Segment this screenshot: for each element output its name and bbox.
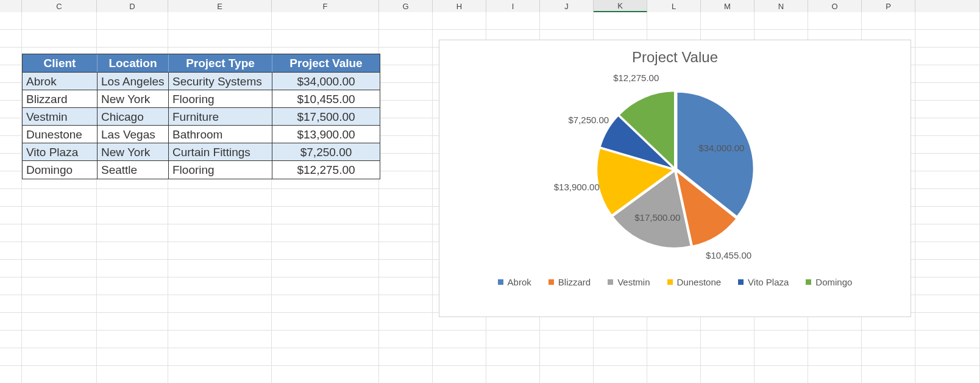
column-header-l[interactable]: L: [647, 0, 701, 12]
table-cell[interactable]: $10,455.00: [272, 90, 380, 108]
table-cell[interactable]: Abrok: [23, 73, 98, 90]
legend-swatch-icon: [498, 279, 503, 285]
table-cell[interactable]: Flooring: [169, 90, 272, 108]
legend-label: Vito Plaza: [748, 277, 789, 287]
table-row[interactable]: VestminChicagoFurniture$17,500.00: [23, 108, 380, 126]
legend-item[interactable]: Dunestone: [667, 277, 722, 287]
legend-label: Vestmin: [617, 277, 650, 287]
table-header-cell[interactable]: Location: [98, 54, 169, 73]
column-header-f[interactable]: F: [272, 0, 379, 12]
column-header-c[interactable]: C: [22, 0, 97, 12]
chart-data-label: $17,500.00: [634, 212, 680, 223]
column-header-stub: [0, 0, 22, 12]
table-cell[interactable]: Vestmin: [23, 108, 98, 126]
table-cell[interactable]: Domingo: [23, 161, 98, 179]
column-header-filler: [915, 0, 980, 12]
table-cell[interactable]: Seattle: [98, 161, 169, 179]
pie-svg: [590, 84, 761, 255]
column-header-o[interactable]: O: [808, 0, 862, 12]
table-cell[interactable]: Security Systems: [169, 73, 272, 90]
table-cell[interactable]: $7,250.00: [272, 143, 380, 161]
spreadsheet-sheet: CDEFGHIJKLMNOP ClientLocationProject Typ…: [0, 0, 980, 383]
project-table[interactable]: ClientLocationProject TypeProject ValueA…: [22, 54, 380, 179]
table-cell[interactable]: Las Vegas: [98, 126, 169, 143]
chart-data-label: $7,250.00: [568, 114, 609, 124]
table-header-cell[interactable]: Client: [23, 54, 98, 73]
table-cell[interactable]: $34,000.00: [272, 73, 380, 90]
legend-swatch-icon: [549, 279, 554, 285]
table-cell[interactable]: New York: [98, 143, 169, 161]
chart-container[interactable]: Project Value $34,000.00$10,455.00$17,50…: [439, 40, 911, 317]
chart-title: Project Value: [439, 49, 911, 66]
legend-label: Dunestone: [677, 277, 722, 287]
table-cell[interactable]: Blizzard: [23, 90, 98, 108]
table-cell[interactable]: $13,900.00: [272, 126, 380, 143]
table-cell[interactable]: Furniture: [169, 108, 272, 126]
column-header-row: CDEFGHIJKLMNOP: [0, 0, 980, 12]
pie-plot-area: $34,000.00$10,455.00$17,500.00$13,900.00…: [439, 66, 911, 273]
legend-swatch-icon: [667, 279, 673, 285]
table-header-row: ClientLocationProject TypeProject Value: [23, 54, 380, 73]
legend-swatch-icon: [806, 279, 811, 285]
legend-item[interactable]: Vestmin: [608, 277, 650, 287]
table-cell[interactable]: Chicago: [98, 108, 169, 126]
legend-item[interactable]: Vito Plaza: [738, 277, 789, 287]
legend-item[interactable]: Domingo: [806, 277, 852, 287]
chart-data-label: $34,000.00: [698, 142, 744, 152]
table-cell[interactable]: $12,275.00: [272, 161, 380, 179]
legend-label: Blizzard: [558, 277, 591, 287]
table-cell[interactable]: Curtain Fittings: [169, 143, 272, 161]
table-header-cell[interactable]: Project Value: [272, 54, 380, 73]
table-cell[interactable]: New York: [98, 90, 169, 108]
column-header-i[interactable]: I: [486, 0, 540, 12]
table-row[interactable]: DunestoneLas VegasBathroom$13,900.00: [23, 126, 380, 143]
chart-data-label: $13,900.00: [554, 182, 600, 192]
column-header-n[interactable]: N: [755, 0, 808, 12]
table-cell[interactable]: Flooring: [169, 161, 272, 179]
legend-item[interactable]: Abrok: [498, 277, 531, 287]
column-header-g[interactable]: G: [379, 0, 433, 12]
table-cell[interactable]: Bathroom: [169, 126, 272, 143]
table-row[interactable]: DomingoSeattleFlooring$12,275.00: [23, 161, 380, 179]
table-cell[interactable]: $17,500.00: [272, 108, 380, 126]
table-header-cell[interactable]: Project Type: [169, 54, 272, 73]
legend-label: Abrok: [508, 277, 531, 287]
chart-legend: AbrokBlizzardVestminDunestoneVito PlazaD…: [439, 277, 911, 287]
column-header-k[interactable]: K: [594, 0, 647, 12]
table-cell[interactable]: Los Angeles: [98, 73, 169, 90]
table-row[interactable]: BlizzardNew YorkFlooring$10,455.00: [23, 90, 380, 108]
column-header-j[interactable]: J: [540, 0, 594, 12]
table-row[interactable]: AbrokLos AngelesSecurity Systems$34,000.…: [23, 73, 380, 90]
legend-label: Domingo: [815, 277, 852, 287]
column-header-m[interactable]: M: [701, 0, 755, 12]
chart-data-label: $10,455.00: [706, 249, 751, 260]
table-row[interactable]: Vito PlazaNew YorkCurtain Fittings$7,250…: [23, 143, 380, 161]
legend-swatch-icon: [608, 279, 613, 285]
legend-item[interactable]: Blizzard: [549, 277, 591, 287]
column-header-h[interactable]: H: [433, 0, 486, 12]
table-cell[interactable]: Dunestone: [23, 126, 98, 143]
legend-swatch-icon: [738, 279, 744, 285]
column-header-d[interactable]: D: [97, 0, 168, 12]
column-header-e[interactable]: E: [168, 0, 272, 12]
chart-data-label: $12,275.00: [613, 72, 659, 82]
column-header-p[interactable]: P: [862, 0, 915, 12]
table-cell[interactable]: Vito Plaza: [23, 143, 98, 161]
